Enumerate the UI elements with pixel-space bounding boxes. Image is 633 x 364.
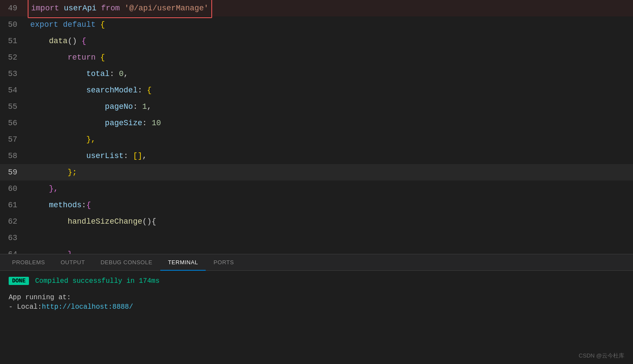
line-number: 59 — [0, 164, 26, 180]
line-content: }; — [26, 164, 633, 180]
line-content: return { — [26, 49, 633, 66]
line-number: 63 — [0, 230, 26, 246]
line-number: 52 — [0, 49, 26, 66]
terminal-done-line: DONE Compiled successfully in 174ms — [9, 277, 624, 285]
line-content: searchModel: { — [26, 82, 633, 98]
code-line-62: 62 handleSizeChange(){ — [0, 213, 633, 230]
code-line-60: 60 }, — [0, 180, 633, 197]
watermark: CSDN @云今杜库 — [579, 352, 624, 360]
line-content: pageNo: 1, — [26, 98, 633, 115]
panel-tab-problems[interactable]: PROBLEMS — [4, 254, 53, 271]
code-lines: 49import userApi from '@/api/userManage'… — [0, 0, 633, 254]
line-number: 53 — [0, 66, 26, 82]
panel-tab-ports[interactable]: PORTS — [206, 254, 242, 271]
code-line-56: 56 pageSize: 10 — [0, 115, 633, 131]
line-content: total: 0, — [26, 66, 633, 82]
code-line-52: 52 return { — [0, 49, 633, 66]
code-line-49: 49import userApi from '@/api/userManage' — [0, 0, 633, 16]
terminal-local-line: - Local: http://localhost:8888/ — [9, 303, 624, 311]
line-number: 61 — [0, 197, 26, 213]
terminal-app-running: App running at: — [9, 294, 624, 301]
panel-tab-terminal[interactable]: TERMINAL — [160, 254, 206, 271]
line-content: pageSize: 10 — [26, 115, 633, 131]
code-line-57: 57 }, — [0, 131, 633, 148]
code-line-50: 50export default { — [0, 16, 633, 33]
code-line-51: 51 data() { — [0, 33, 633, 49]
line-content: methods:{ — [26, 197, 633, 213]
done-badge: DONE — [9, 277, 29, 285]
terminal-local-url[interactable]: http://localhost:8888/ — [42, 303, 133, 311]
terminal-success-message: Compiled successfully in 174ms — [35, 277, 159, 285]
line-content: export default { — [26, 16, 633, 33]
line-content: import userApi from '@/api/userManage' — [26, 0, 633, 18]
code-line-63: 63 — [0, 230, 633, 246]
line-content: handleSizeChange(){ — [26, 213, 633, 230]
code-line-59: 59 }; — [0, 164, 633, 180]
code-line-58: 58 userList: [], — [0, 148, 633, 164]
line-number: 51 — [0, 33, 26, 49]
line-content: }, — [26, 180, 633, 197]
panel-tab-output[interactable]: OUTPUT — [53, 254, 92, 271]
code-line-53: 53 total: 0, — [0, 66, 633, 82]
code-line-64: 64 } — [0, 246, 633, 254]
line-content: userList: [], — [26, 148, 633, 164]
line-number: 58 — [0, 148, 26, 164]
line-content: data() { — [26, 33, 633, 49]
line-highlight-box: import userApi from '@/api/userManage' — [28, 0, 212, 18]
line-number: 62 — [0, 213, 26, 230]
terminal-local-label: - Local: — [9, 303, 42, 311]
line-number: 64 — [0, 246, 26, 254]
code-line-61: 61 methods:{ — [0, 197, 633, 213]
line-number: 60 — [0, 180, 26, 197]
panel: PROBLEMSOUTPUTDEBUG CONSOLETERMINALPORTS… — [0, 254, 633, 364]
line-number: 55 — [0, 98, 26, 115]
line-number: 50 — [0, 16, 26, 33]
line-content: } — [26, 246, 633, 254]
terminal-content[interactable]: DONE Compiled successfully in 174ms App … — [0, 271, 633, 364]
code-editor: 49import userApi from '@/api/userManage'… — [0, 0, 633, 254]
line-number: 57 — [0, 131, 26, 148]
panel-tab-debug-console[interactable]: DEBUG CONSOLE — [93, 254, 160, 271]
code-line-55: 55 pageNo: 1, — [0, 98, 633, 115]
line-content: }, — [26, 131, 633, 148]
line-number: 49 — [0, 0, 26, 16]
code-line-54: 54 searchModel: { — [0, 82, 633, 98]
line-number: 54 — [0, 82, 26, 98]
panel-tabs: PROBLEMSOUTPUTDEBUG CONSOLETERMINALPORTS — [0, 254, 633, 271]
line-number: 56 — [0, 115, 26, 131]
